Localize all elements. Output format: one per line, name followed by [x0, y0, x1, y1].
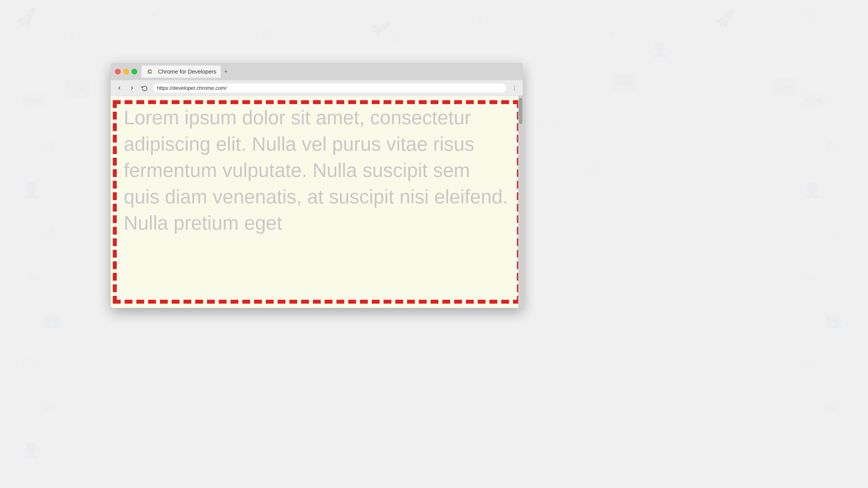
svg-text:👤: 👤 [651, 41, 669, 58]
svg-text:↺: ↺ [391, 31, 402, 46]
minimize-button[interactable] [123, 69, 129, 74]
svg-rect-8 [65, 80, 89, 98]
maximize-button[interactable] [131, 69, 137, 74]
svg-text:⬡: ⬡ [22, 355, 35, 372]
svg-text:HTML: HTML [25, 97, 41, 104]
scrollbar[interactable] [518, 96, 523, 308]
chrome-logo-icon [146, 67, 154, 76]
svg-text:◈: ◈ [26, 268, 38, 285]
title-bar: Chrome for Developers + [111, 63, 523, 80]
svg-text:HTML: HTML [69, 87, 86, 94]
reload-button[interactable] [140, 83, 149, 93]
svg-text:🚀: 🚀 [368, 15, 393, 39]
page-content: Lorem ipsum dolor sit amet, consectetur … [111, 96, 523, 308]
svg-text:⚙: ⚙ [586, 161, 598, 176]
svg-text:↺: ↺ [825, 226, 836, 241]
svg-text:⚙: ⚙ [825, 399, 837, 415]
svg-text:⬡: ⬡ [803, 355, 816, 372]
svg-text:👥: 👥 [43, 312, 61, 329]
svg-text:🚀: 🚀 [713, 8, 737, 30]
svg-point-46 [149, 70, 151, 73]
svg-text:⬡: ⬡ [803, 95, 816, 112]
svg-text:HTML: HTML [776, 84, 792, 91]
url-text: https://developer.chrome.com/ [157, 85, 227, 91]
svg-text:✦: ✦ [608, 27, 618, 42]
traffic-lights [115, 69, 137, 74]
svg-text:{ }: { } [477, 11, 489, 24]
svg-text:⬡: ⬡ [542, 117, 556, 133]
close-button[interactable] [115, 69, 121, 74]
svg-text:👤: 👤 [803, 181, 822, 199]
svg-text:👤: 👤 [22, 181, 41, 199]
svg-point-48 [514, 88, 515, 89]
svg-text:HTML: HTML [615, 80, 632, 87]
svg-text:{ }: { } [69, 28, 81, 42]
svg-point-49 [514, 89, 515, 90]
new-tab-button[interactable]: + [222, 67, 230, 76]
back-button[interactable] [115, 83, 124, 93]
lorem-ipsum-text: Lorem ipsum dolor sit amet, consectetur … [111, 96, 523, 245]
menu-button[interactable] [509, 83, 519, 93]
address-bar[interactable]: https://developer.chrome.com/ [152, 83, 506, 93]
svg-text:👤: 👤 [22, 442, 41, 459]
svg-text:⚙: ⚙ [43, 139, 56, 155]
svg-text:⚙: ⚙ [43, 399, 56, 415]
svg-text:🚀: 🚀 [14, 6, 39, 30]
nav-bar: https://developer.chrome.com/ [111, 80, 523, 96]
svg-text:👥: 👥 [825, 312, 842, 329]
svg-text:✦: ✦ [148, 8, 158, 22]
svg-rect-16 [773, 78, 796, 95]
svg-text:↺: ↺ [43, 226, 55, 241]
tab-area: Chrome for Developers + [142, 65, 519, 78]
svg-text:⚙: ⚙ [825, 139, 837, 155]
scrollbar-thumb[interactable] [519, 98, 522, 124]
forward-button[interactable] [127, 83, 137, 93]
svg-text:⚙: ⚙ [260, 26, 273, 42]
svg-point-47 [514, 86, 515, 87]
svg-text:◈: ◈ [803, 268, 815, 285]
svg-rect-35 [22, 91, 45, 108]
browser-tab[interactable]: Chrome for Developers [142, 65, 221, 78]
svg-text:⬡: ⬡ [22, 95, 35, 112]
svg-text:HTML: HTML [806, 97, 823, 104]
svg-rect-14 [612, 74, 636, 91]
svg-text:{ }: { } [803, 6, 814, 20]
tab-title: Chrome for Developers [158, 68, 216, 75]
browser-window: Chrome for Developers + https://develope… [111, 63, 523, 308]
svg-rect-37 [803, 91, 827, 108]
